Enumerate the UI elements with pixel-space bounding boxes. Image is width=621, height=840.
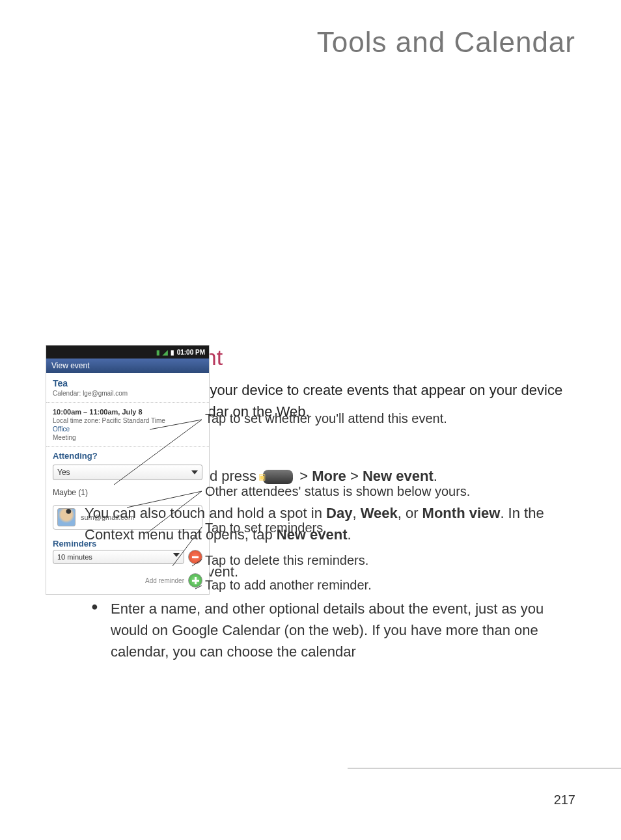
t: New event (277, 526, 348, 543)
callout-2: Other attendees' status is shown below y… (205, 484, 470, 499)
t: New event (363, 468, 434, 484)
attending-dropdown[interactable]: Yes (53, 465, 202, 480)
event-time-range: 10:00am – 11:00am, July 8 (53, 408, 202, 416)
status-time: 01:00 PM (177, 349, 205, 356)
battery-icon: ▮ (171, 349, 174, 356)
t: > (346, 468, 363, 484)
reminder-value: 10 minutes (57, 553, 92, 561)
event-title: Tea (53, 378, 202, 388)
tz-label: Local time zone: (53, 417, 100, 424)
t: , or (398, 505, 422, 521)
calendar-value: lge@gmail.com (83, 390, 128, 397)
t: > (296, 468, 312, 484)
footer-rule (348, 768, 621, 768)
attending-value: Yes (57, 468, 70, 477)
t: Day (326, 505, 352, 521)
menu-key-icon: ▣ (263, 470, 293, 484)
reminder-dropdown[interactable]: 10 minutes (53, 550, 184, 564)
signal-icon: ▮ (156, 349, 160, 356)
callout-4: Tap to delete this reminders. (205, 553, 368, 568)
chevron-down-icon (191, 470, 198, 474)
wifi-icon: ◢ (163, 349, 168, 356)
t: Week (361, 505, 398, 521)
t: , (352, 505, 360, 521)
t: You can also touch and hold a spot in (85, 505, 326, 521)
event-location: Office (53, 426, 202, 433)
callout-1: Tap to set whether you'll attend this ev… (205, 411, 447, 426)
tz-value: Pacific Standard Time (102, 417, 165, 424)
attending-label: Attending? (46, 447, 209, 462)
event-timezone: Local time zone: Pacific Standard Time (53, 417, 202, 424)
callout-5: Tap to add another reminder. (205, 578, 372, 593)
bullet-details: Enter a name, and other optional details… (46, 598, 575, 662)
t: . (434, 468, 437, 484)
delete-reminder-button[interactable] (188, 550, 202, 564)
page-number: 217 (554, 793, 575, 807)
maybe-count: Maybe (1) (46, 485, 209, 502)
calendar-label: Calendar: (53, 390, 81, 397)
add-reminder-button[interactable] (188, 573, 202, 588)
phone-titlebar: View event (46, 359, 209, 373)
add-reminder-label: Add reminder (145, 577, 184, 584)
bullet-alt-method: You can also touch and hold a spot in Da… (46, 502, 575, 545)
t: Month view (422, 505, 501, 521)
page-header-title: Tools and Calendar (0, 0, 621, 72)
t: More (312, 468, 346, 484)
event-calendar-row: Calendar: lge@gmail.com (53, 390, 202, 397)
t: . (348, 526, 352, 543)
phone-screenshot: ▮ ◢ ▮ 01:00 PM View event Tea Calendar: … (46, 345, 210, 595)
status-bar: ▮ ◢ ▮ 01:00 PM (46, 345, 209, 359)
chevron-down-icon (173, 553, 180, 557)
event-type: Meeting (53, 434, 202, 441)
